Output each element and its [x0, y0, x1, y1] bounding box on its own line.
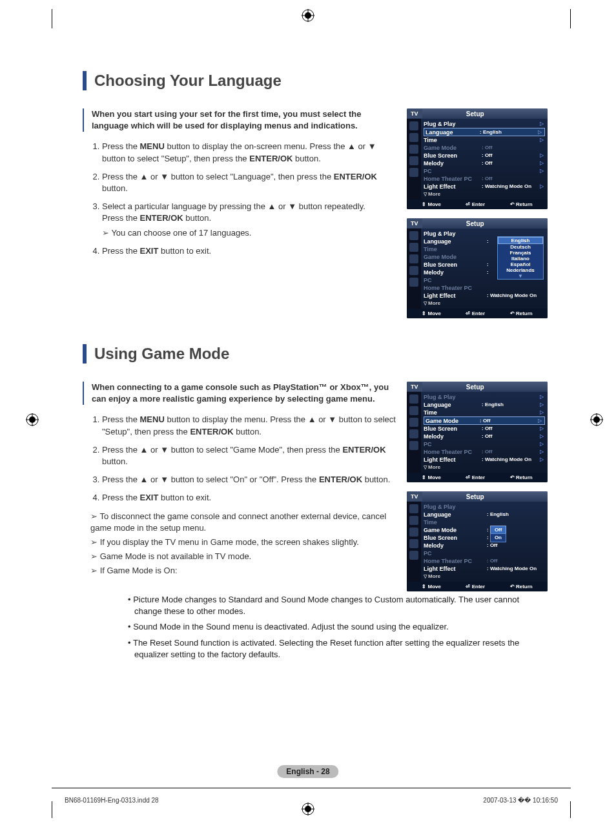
step-note: You can choose one of 17 languages. — [102, 227, 396, 239]
sub-bullet-list: Picture Mode changes to Standard and Sou… — [128, 594, 541, 661]
osd-dropdown-option: Italiano — [498, 256, 543, 261]
osd-hint-enter: ⏎ Enter — [466, 201, 485, 207]
intro-text: When connecting to a game console such a… — [83, 382, 396, 405]
osd-dropdown-more-icon: ▼ — [498, 273, 543, 279]
step-item: Press the EXIT button to exit. — [102, 245, 396, 257]
osd-icon — [409, 133, 418, 142]
steps-list: Press the MENU button to display the men… — [90, 414, 396, 504]
osd-menu-item-selected: Language: English▷ — [424, 128, 545, 136]
osd-menu-item: Blue Screen: Off▷ — [424, 152, 545, 159]
step-item: Press the ▲ or ▼ button to select "Langu… — [102, 171, 396, 194]
osd-title: Setup — [466, 110, 504, 118]
heading-accent-bar — [83, 71, 87, 90]
section-body: When you start using your set for the fi… — [83, 108, 548, 318]
osd-menu-list: Plug & Play▷ Language: English▷ Time▷ Ga… — [421, 119, 548, 200]
osd-menu-item: Melody: Off▷ — [424, 159, 545, 167]
osd-setup-language-highlight: TV Setup Plug & Play▷ Language: English▷… — [407, 108, 548, 209]
osd-dropdown-option: Nederlands — [498, 267, 543, 273]
osd-menu-item: Time▷ — [424, 136, 545, 144]
osd-menu-item-disabled: PC▷ — [424, 167, 545, 175]
intro-text: When you start using your set for the fi… — [83, 108, 396, 132]
instruction-column: When you start using your set for the fi… — [83, 108, 396, 318]
osd-screenshots-column: TVSetup Plug & Play▷ Language: English▷ … — [407, 382, 548, 591]
osd-setup-gamemode-highlight: TVSetup Plug & Play▷ Language: English▷ … — [407, 382, 548, 482]
note-item: If you display the TV menu in Game mode,… — [90, 537, 396, 548]
footer-filename: BN68-01169H-Eng-0313.indd 28 — [65, 797, 159, 804]
step-item: Select a particular language by pressing… — [102, 201, 396, 239]
osd-hint-move: ⇕ Move — [422, 201, 441, 207]
osd-icon — [409, 121, 418, 130]
registration-mark-icon — [26, 413, 39, 426]
osd-option: On — [490, 533, 506, 542]
osd-menu-item-disabled: Game Mode: Off — [424, 144, 545, 152]
footer-divider — [52, 788, 571, 788]
osd-icon — [409, 156, 418, 165]
section-title: Using Game Mode — [94, 345, 229, 363]
osd-icon-column — [407, 119, 421, 200]
step-item: Press the EXIT button to exit. — [102, 492, 396, 504]
osd-hint-return: ↶ Return — [510, 201, 533, 207]
registration-mark-icon — [302, 9, 314, 22]
note-item: To disconnect the game console and conne… — [90, 511, 396, 534]
crop-mark — [52, 801, 52, 818]
registration-mark-icon — [590, 413, 603, 426]
footer-timestamp: 2007-03-13 �� 10:16:50 — [483, 797, 558, 804]
osd-icon — [409, 168, 418, 177]
osd-menu-item-disabled: Home Theater PC: Off — [424, 175, 545, 183]
instruction-column: When connecting to a game console such a… — [83, 382, 396, 591]
bullet-item: The Reset Sound function is activated. S… — [128, 637, 541, 661]
osd-mode-label: TV — [407, 109, 422, 118]
osd-dropdown-option-selected: English — [498, 237, 543, 244]
section-body: When connecting to a game console such a… — [83, 382, 548, 591]
osd-screenshots-column: TV Setup Plug & Play▷ Language: English▷… — [407, 108, 548, 318]
osd-menu-item: Plug & Play▷ — [424, 120, 545, 128]
page: Choosing Your Language When you start us… — [0, 0, 616, 840]
note-item: If Game Mode is On: — [90, 565, 396, 577]
notes-list: To disconnect the game console and conne… — [90, 511, 396, 577]
osd-more: More — [424, 190, 545, 198]
steps-list: Press the MENU button to display the on-… — [90, 141, 396, 257]
step-item: Press the ▲ or ▼ button to select "Game … — [102, 444, 396, 467]
osd-dropdown-option: Deutsch — [498, 244, 543, 250]
osd-footer: ⇕ Move ⏎ Enter ↶ Return — [407, 200, 548, 209]
osd-header: TV Setup — [407, 108, 548, 119]
bullet-item: Sound Mode in the Sound menu is deactiva… — [128, 621, 541, 633]
step-item: Press the ▲ or ▼ button to select "On" o… — [102, 474, 396, 486]
section-heading: Using Game Mode — [83, 344, 548, 364]
osd-setup-gamemode-options: TVSetup Plug & Play Language: English Ti… — [407, 491, 548, 591]
crop-mark — [570, 801, 571, 818]
osd-icon — [409, 145, 418, 154]
osd-dropdown-option: Español — [498, 261, 543, 267]
step-item: Press the MENU button to display the on-… — [102, 141, 396, 164]
bullet-item: Picture Mode changes to Standard and Sou… — [128, 594, 541, 617]
crop-mark — [52, 9, 52, 28]
section-heading: Choosing Your Language — [83, 71, 548, 90]
registration-mark-icon — [302, 803, 314, 815]
section-title: Choosing Your Language — [94, 72, 282, 90]
content-area: Choosing Your Language When you start us… — [83, 71, 548, 669]
note-item: Game Mode is not available in TV mode. — [90, 551, 396, 562]
heading-accent-bar — [83, 344, 87, 364]
osd-language-dropdown: English Deutsch Français Italiano Españo… — [497, 236, 544, 280]
osd-setup-language-dropdown: TVSetup Plug & Play Language: Time Game … — [407, 218, 548, 318]
osd-menu-item-selected: Game Mode: Off▷ — [424, 416, 545, 425]
step-item: Press the MENU button to display the men… — [102, 414, 396, 437]
crop-mark — [570, 9, 571, 28]
osd-dropdown-option: Français — [498, 250, 543, 256]
page-number-badge: English - 28 — [277, 765, 338, 778]
osd-menu-item: Light Effect: Watching Mode On▷ — [424, 183, 545, 190]
